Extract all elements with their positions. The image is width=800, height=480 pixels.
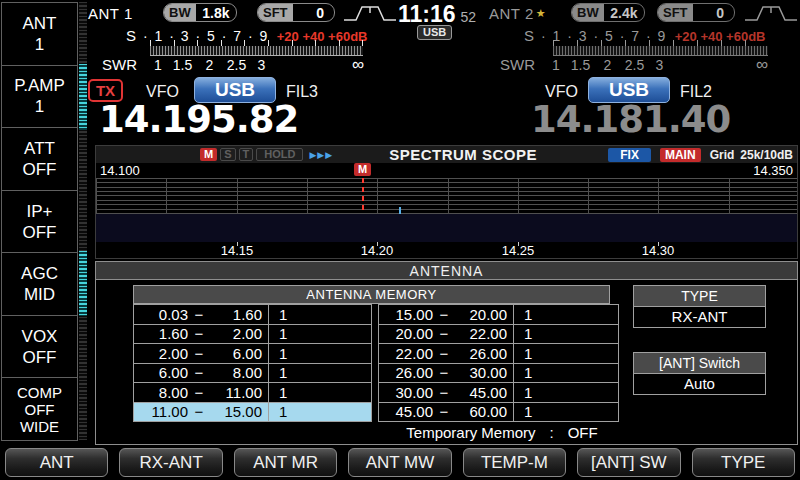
star-icon: ★ (536, 7, 546, 19)
antenna-number: 1 (268, 403, 371, 422)
range-from: 11.00 (134, 403, 188, 420)
sub-frequency-display[interactable]: 14.181.40 (531, 98, 730, 141)
range-from: 6.00 (134, 364, 188, 381)
ant-switch-box[interactable]: [ANT] Switch Auto (633, 352, 766, 395)
scope-main-badge[interactable]: MAIN (660, 148, 701, 162)
sidebar-item-value: 1 (35, 96, 44, 117)
fkey-ant-mw[interactable]: ANT MW (348, 448, 451, 477)
side-strip-highlight (79, 64, 87, 130)
antenna-panel: ANTENNA ANTENNA MEMORY 0.03−1.60 1 1.60−… (95, 261, 798, 445)
fkey-rx-ant[interactable]: RX-ANT (119, 448, 222, 477)
scope-edge-frequencies: 14.100 M 14.350 (96, 163, 797, 178)
scope-fix-badge[interactable]: FIX (608, 148, 651, 162)
spectrum-scope[interactable]: M S T HOLD ▶▶▶ SPECTRUM SCOPE FIX MAIN G… (95, 145, 798, 259)
type-box-value: RX-ANT (633, 306, 766, 328)
antenna-number: 1 (268, 325, 371, 344)
fkey-temp-m[interactable]: TEMP-M (463, 448, 566, 477)
sidebar-item-comp[interactable]: COMP OFF WIDE (1, 377, 78, 441)
table-row[interactable]: 8.00−11.00 1 (134, 383, 371, 403)
scope-hold-badge[interactable]: HOLD (256, 148, 303, 161)
range-from: 20.00 (379, 325, 433, 342)
sidebar-item-agc[interactable]: AGC MID (1, 252, 78, 316)
antenna-number: 1 (268, 305, 371, 324)
main-bw-badge[interactable]: BW 1.8k (163, 3, 237, 22)
temporary-memory-value: OFF (568, 424, 598, 441)
swr-tick: 2 (197, 57, 222, 73)
scope-s-badge[interactable]: S (220, 148, 235, 161)
main-sft-badge[interactable]: SFT 0 (257, 3, 335, 22)
scope-grid-label: Grid (710, 148, 735, 162)
sidebar-item-pamp[interactable]: P.AMP 1 (1, 65, 78, 129)
range-dash: − (433, 345, 455, 362)
transceiver-screen: ANT 1 P.AMP 1 ATT OFF IP+ OFF AGC MID VO… (0, 0, 800, 480)
scope-grid-area[interactable] (96, 178, 797, 214)
range-to: 22.00 (455, 325, 507, 342)
fkey-ant-sw[interactable]: [ANT] SW (577, 448, 680, 477)
range-from: 2.00 (134, 345, 188, 362)
swr-tick: 1.5 (168, 57, 197, 73)
antenna-panel-content: ANTENNA MEMORY 0.03−1.60 1 1.60−2.00 1 2… (96, 280, 797, 443)
table-row[interactable]: 0.03−1.60 1 (134, 305, 371, 325)
table-row[interactable]: 1.60−2.00 1 (134, 325, 371, 345)
bottom-function-bar: ANT RX-ANT ANT MR ANT MW TEMP-M [ANT] SW… (0, 446, 800, 480)
scope-signal-tick (399, 207, 401, 214)
swr-tick: 2 (595, 57, 620, 73)
sub-passband-icon[interactable] (744, 3, 798, 22)
swr-infinity: ∞ (352, 59, 364, 71)
main-frequency-display[interactable]: 14.195.82 (99, 98, 298, 141)
swr-label: SWR (102, 56, 148, 73)
sub-sft-badge[interactable]: SFT 0 (657, 3, 735, 22)
range-from: 26.00 (379, 364, 433, 381)
sidebar-item-vox[interactable]: VOX OFF (1, 315, 78, 379)
range-to: 60.00 (455, 403, 507, 420)
table-row[interactable]: 26.00−30.00 1 (379, 364, 618, 384)
swr-tick: 1 (546, 57, 566, 73)
table-row-selected[interactable]: 11.00−15.00 1 (134, 403, 371, 423)
sidebar-item-ipplus[interactable]: IP+ OFF (1, 190, 78, 254)
table-row[interactable]: 2.00−6.00 1 (134, 344, 371, 364)
antenna-number: 1 (268, 344, 371, 363)
table-row[interactable]: 30.00−45.00 1 (379, 383, 618, 403)
scope-marker-mode-badge[interactable]: M (200, 148, 217, 161)
antenna-memory-header: ANTENNA MEMORY (133, 285, 610, 304)
sidebar-item-label: COMP (17, 384, 62, 401)
range-to: 30.00 (455, 364, 507, 381)
scope-marker-line (362, 178, 364, 214)
sidebar-item-label: P.AMP (14, 75, 65, 96)
scope-t-badge[interactable]: T (239, 148, 254, 161)
table-row[interactable]: 45.00−60.00 1 (379, 403, 618, 423)
sidebar-item-label: ATT (24, 138, 55, 159)
sidebar-item-label: IP+ (27, 201, 53, 222)
range-to: 26.00 (455, 345, 507, 362)
sub-bw-badge[interactable]: BW 2.4k (571, 3, 645, 22)
scale-label: 14.25 (502, 243, 535, 258)
sidebar-item-ant[interactable]: ANT 1 (1, 2, 78, 66)
ant-switch-header: [ANT] Switch (633, 352, 766, 374)
main-antenna-label[interactable]: ANT 1 (88, 5, 133, 22)
table-row[interactable]: 15.00−20.00 1 (379, 305, 618, 325)
sub-antenna-label[interactable]: ANT 2★ (489, 5, 546, 22)
scale-label: 14.30 (642, 243, 675, 258)
sidebar-item-att[interactable]: ATT OFF (1, 127, 78, 191)
scope-edge-right: 14.350 (753, 163, 793, 178)
swr-tick: 2.5 (222, 57, 251, 73)
type-box[interactable]: TYPE RX-ANT (633, 285, 766, 328)
fkey-ant[interactable]: ANT (5, 448, 108, 477)
range-to: 20.00 (455, 306, 507, 323)
sidebar-item-value: 1 (35, 34, 44, 55)
sidebar-item-label: VOX (22, 326, 58, 347)
clock[interactable]: 11:16 52 (398, 1, 476, 28)
scope-arrows-icon: ▶▶▶ (309, 150, 333, 160)
antenna-number: 1 (513, 364, 618, 383)
fkey-ant-mr[interactable]: ANT MR (234, 448, 337, 477)
fkey-type[interactable]: TYPE (692, 448, 795, 477)
scope-waterfall[interactable] (96, 214, 797, 242)
range-to: 45.00 (455, 384, 507, 401)
main-passband-icon[interactable] (343, 3, 397, 22)
scope-header: M S T HOLD ▶▶▶ SPECTRUM SCOPE FIX MAIN G… (96, 146, 797, 163)
table-row[interactable]: 22.00−26.00 1 (379, 344, 618, 364)
s-label: S (524, 27, 534, 44)
sidebar-item-value: OFF (23, 222, 57, 243)
table-row[interactable]: 20.00−22.00 1 (379, 325, 618, 345)
table-row[interactable]: 6.00−8.00 1 (134, 364, 371, 384)
